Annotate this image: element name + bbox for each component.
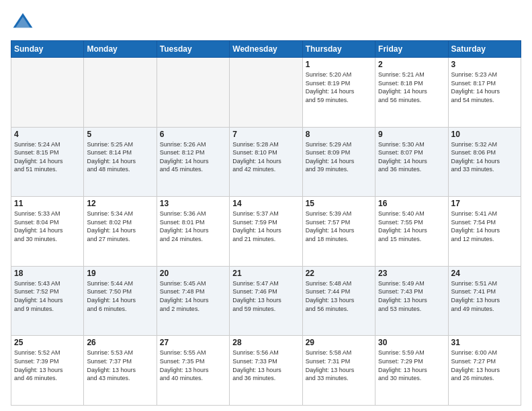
day-number: 19 bbox=[87, 269, 153, 278]
day-number: 29 bbox=[306, 338, 372, 347]
day-info: Sunrise: 5:45 AM Sunset: 7:48 PM Dayligh… bbox=[160, 279, 226, 313]
calendar-cell: 3Sunrise: 5:23 AM Sunset: 8:17 PM Daylig… bbox=[448, 58, 521, 128]
day-info: Sunrise: 5:39 AM Sunset: 7:57 PM Dayligh… bbox=[306, 210, 372, 243]
day-info: Sunrise: 5:25 AM Sunset: 8:14 PM Dayligh… bbox=[87, 140, 153, 174]
page: SundayMondayTuesdayWednesdayThursdayFrid… bbox=[0, 0, 532, 411]
calendar-cell bbox=[230, 58, 302, 128]
day-info: Sunrise: 5:33 AM Sunset: 8:04 PM Dayligh… bbox=[14, 210, 81, 243]
day-number: 27 bbox=[160, 338, 226, 347]
calendar-cell: 24Sunrise: 5:51 AM Sunset: 7:41 PM Dayli… bbox=[448, 266, 521, 336]
day-info: Sunrise: 5:44 AM Sunset: 7:50 PM Dayligh… bbox=[87, 279, 153, 313]
weekday-header-row: SundayMondayTuesdayWednesdayThursdayFrid… bbox=[11, 41, 521, 58]
day-number: 15 bbox=[306, 199, 372, 208]
calendar-cell: 16Sunrise: 5:40 AM Sunset: 7:55 PM Dayli… bbox=[375, 197, 448, 267]
calendar-cell: 4Sunrise: 5:24 AM Sunset: 8:15 PM Daylig… bbox=[11, 127, 84, 197]
day-number: 11 bbox=[14, 199, 81, 208]
logo-icon bbox=[11, 11, 35, 35]
calendar-cell: 31Sunrise: 6:00 AM Sunset: 7:27 PM Dayli… bbox=[448, 336, 521, 406]
day-info: Sunrise: 5:32 AM Sunset: 8:06 PM Dayligh… bbox=[451, 140, 518, 174]
calendar-cell: 29Sunrise: 5:58 AM Sunset: 7:31 PM Dayli… bbox=[302, 336, 375, 406]
weekday-header-thursday: Thursday bbox=[302, 41, 375, 58]
day-number: 21 bbox=[232, 269, 299, 278]
calendar-cell: 10Sunrise: 5:32 AM Sunset: 8:06 PM Dayli… bbox=[448, 127, 521, 197]
day-info: Sunrise: 5:59 AM Sunset: 7:29 PM Dayligh… bbox=[378, 349, 445, 382]
calendar-cell: 9Sunrise: 5:30 AM Sunset: 8:07 PM Daylig… bbox=[375, 127, 448, 197]
calendar-cell bbox=[11, 58, 84, 128]
calendar-cell: 26Sunrise: 5:53 AM Sunset: 7:37 PM Dayli… bbox=[84, 336, 157, 406]
day-info: Sunrise: 5:47 AM Sunset: 7:46 PM Dayligh… bbox=[232, 279, 299, 313]
header bbox=[11, 11, 521, 35]
calendar-cell: 14Sunrise: 5:37 AM Sunset: 7:59 PM Dayli… bbox=[230, 197, 302, 267]
day-info: Sunrise: 5:23 AM Sunset: 8:17 PM Dayligh… bbox=[451, 71, 518, 104]
day-number: 4 bbox=[14, 130, 81, 139]
calendar-cell: 5Sunrise: 5:25 AM Sunset: 8:14 PM Daylig… bbox=[84, 127, 157, 197]
day-number: 17 bbox=[451, 199, 518, 208]
calendar-week-row-1: 1Sunrise: 5:20 AM Sunset: 8:19 PM Daylig… bbox=[11, 58, 521, 128]
day-info: Sunrise: 5:36 AM Sunset: 8:01 PM Dayligh… bbox=[160, 210, 226, 243]
day-number: 7 bbox=[232, 130, 299, 139]
day-number: 13 bbox=[160, 199, 226, 208]
calendar-cell: 8Sunrise: 5:29 AM Sunset: 8:09 PM Daylig… bbox=[302, 127, 375, 197]
day-number: 24 bbox=[451, 269, 518, 278]
calendar-cell: 21Sunrise: 5:47 AM Sunset: 7:46 PM Dayli… bbox=[230, 266, 302, 336]
logo bbox=[11, 11, 38, 35]
calendar-cell: 25Sunrise: 5:52 AM Sunset: 7:39 PM Dayli… bbox=[11, 336, 84, 406]
day-info: Sunrise: 5:51 AM Sunset: 7:41 PM Dayligh… bbox=[451, 279, 518, 313]
calendar-cell: 12Sunrise: 5:34 AM Sunset: 8:02 PM Dayli… bbox=[84, 197, 157, 267]
day-number: 30 bbox=[378, 338, 445, 347]
calendar-cell: 11Sunrise: 5:33 AM Sunset: 8:04 PM Dayli… bbox=[11, 197, 84, 267]
calendar-week-row-2: 4Sunrise: 5:24 AM Sunset: 8:15 PM Daylig… bbox=[11, 127, 521, 197]
day-number: 5 bbox=[87, 130, 153, 139]
calendar-week-row-4: 18Sunrise: 5:43 AM Sunset: 7:52 PM Dayli… bbox=[11, 266, 521, 336]
day-number: 2 bbox=[378, 60, 445, 69]
calendar-cell bbox=[84, 58, 157, 128]
day-number: 10 bbox=[451, 130, 518, 139]
day-info: Sunrise: 5:24 AM Sunset: 8:15 PM Dayligh… bbox=[14, 140, 81, 174]
calendar-cell: 1Sunrise: 5:20 AM Sunset: 8:19 PM Daylig… bbox=[302, 58, 375, 128]
calendar-cell: 2Sunrise: 5:21 AM Sunset: 8:18 PM Daylig… bbox=[375, 58, 448, 128]
day-number: 28 bbox=[232, 338, 299, 347]
day-number: 1 bbox=[306, 60, 372, 69]
day-number: 16 bbox=[378, 199, 445, 208]
calendar-week-row-5: 25Sunrise: 5:52 AM Sunset: 7:39 PM Dayli… bbox=[11, 336, 521, 406]
weekday-header-monday: Monday bbox=[84, 41, 157, 58]
day-info: Sunrise: 5:37 AM Sunset: 7:59 PM Dayligh… bbox=[232, 210, 299, 243]
day-info: Sunrise: 5:41 AM Sunset: 7:54 PM Dayligh… bbox=[451, 210, 518, 243]
day-info: Sunrise: 5:29 AM Sunset: 8:09 PM Dayligh… bbox=[306, 140, 372, 174]
day-info: Sunrise: 5:26 AM Sunset: 8:12 PM Dayligh… bbox=[160, 140, 226, 174]
day-number: 26 bbox=[87, 338, 153, 347]
weekday-header-tuesday: Tuesday bbox=[157, 41, 229, 58]
day-number: 9 bbox=[378, 130, 445, 139]
calendar-cell: 23Sunrise: 5:49 AM Sunset: 7:43 PM Dayli… bbox=[375, 266, 448, 336]
calendar-cell: 28Sunrise: 5:56 AM Sunset: 7:33 PM Dayli… bbox=[230, 336, 302, 406]
day-info: Sunrise: 5:49 AM Sunset: 7:43 PM Dayligh… bbox=[378, 279, 445, 313]
day-number: 20 bbox=[160, 269, 226, 278]
day-number: 23 bbox=[378, 269, 445, 278]
day-number: 8 bbox=[306, 130, 372, 139]
day-info: Sunrise: 5:21 AM Sunset: 8:18 PM Dayligh… bbox=[378, 71, 445, 104]
calendar-week-row-3: 11Sunrise: 5:33 AM Sunset: 8:04 PM Dayli… bbox=[11, 197, 521, 267]
day-info: Sunrise: 5:55 AM Sunset: 7:35 PM Dayligh… bbox=[160, 349, 226, 382]
day-info: Sunrise: 5:43 AM Sunset: 7:52 PM Dayligh… bbox=[14, 279, 81, 313]
day-info: Sunrise: 5:53 AM Sunset: 7:37 PM Dayligh… bbox=[87, 349, 153, 382]
weekday-header-sunday: Sunday bbox=[11, 41, 84, 58]
day-info: Sunrise: 5:34 AM Sunset: 8:02 PM Dayligh… bbox=[87, 210, 153, 243]
day-number: 6 bbox=[160, 130, 226, 139]
calendar-cell: 18Sunrise: 5:43 AM Sunset: 7:52 PM Dayli… bbox=[11, 266, 84, 336]
calendar-cell: 13Sunrise: 5:36 AM Sunset: 8:01 PM Dayli… bbox=[157, 197, 229, 267]
day-number: 18 bbox=[14, 269, 81, 278]
calendar-cell: 19Sunrise: 5:44 AM Sunset: 7:50 PM Dayli… bbox=[84, 266, 157, 336]
weekday-header-wednesday: Wednesday bbox=[230, 41, 302, 58]
day-info: Sunrise: 5:58 AM Sunset: 7:31 PM Dayligh… bbox=[306, 349, 372, 382]
calendar-cell: 30Sunrise: 5:59 AM Sunset: 7:29 PM Dayli… bbox=[375, 336, 448, 406]
day-info: Sunrise: 5:52 AM Sunset: 7:39 PM Dayligh… bbox=[14, 349, 81, 382]
day-info: Sunrise: 5:30 AM Sunset: 8:07 PM Dayligh… bbox=[378, 140, 445, 174]
calendar-cell: 6Sunrise: 5:26 AM Sunset: 8:12 PM Daylig… bbox=[157, 127, 229, 197]
day-info: Sunrise: 5:40 AM Sunset: 7:55 PM Dayligh… bbox=[378, 210, 445, 243]
day-number: 12 bbox=[87, 199, 153, 208]
day-number: 31 bbox=[451, 338, 518, 347]
calendar-cell: 7Sunrise: 5:28 AM Sunset: 8:10 PM Daylig… bbox=[230, 127, 302, 197]
calendar-cell: 27Sunrise: 5:55 AM Sunset: 7:35 PM Dayli… bbox=[157, 336, 229, 406]
day-info: Sunrise: 5:20 AM Sunset: 8:19 PM Dayligh… bbox=[306, 71, 372, 104]
day-number: 25 bbox=[14, 338, 81, 347]
